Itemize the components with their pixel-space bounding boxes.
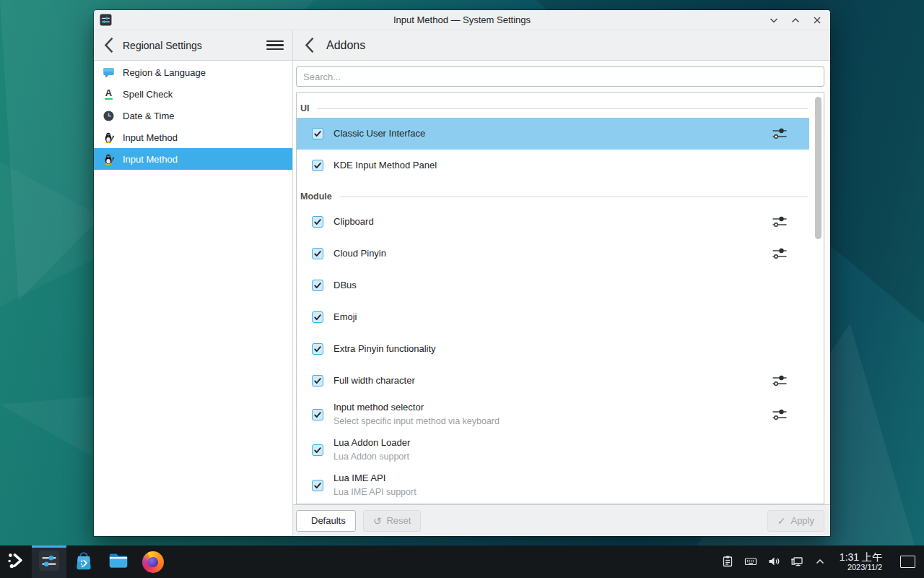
addon-row-label: Input method selector: [334, 401, 500, 414]
checkbox[interactable]: [312, 128, 323, 139]
sidebar-item-label: Input Method: [123, 132, 178, 143]
show-desktop-button[interactable]: [900, 556, 915, 568]
configure-addon-button[interactable]: [772, 408, 788, 421]
launcher-firefox[interactable]: [136, 545, 170, 578]
checkbox[interactable]: [312, 248, 323, 259]
scrollbar-thumb[interactable]: [815, 97, 821, 239]
checkbox[interactable]: [312, 343, 323, 355]
clock[interactable]: 1:31 上午 2023/11/2: [840, 551, 882, 572]
checkbox[interactable]: [312, 216, 323, 228]
checkbox[interactable]: [312, 480, 323, 491]
checkbox[interactable]: [312, 409, 323, 420]
sidebar-item-input-method-3[interactable]: Input Method: [94, 126, 292, 148]
section-divider: [317, 108, 808, 109]
addon-row-emoji[interactable]: Emoji: [297, 301, 809, 333]
addon-row-label: KDE Input Method Panel: [334, 159, 437, 172]
close-button[interactable]: [811, 14, 823, 26]
content-header: Addons: [293, 30, 830, 61]
volume-icon[interactable]: [767, 555, 781, 569]
addon-row-dbus[interactable]: DBus: [297, 269, 809, 301]
configure-addon-button[interactable]: [772, 247, 788, 260]
system-settings-icon: [38, 550, 60, 574]
sidebar-item-label: Region & Language: [123, 67, 206, 78]
taskbar: 1:31 上午 2023/11/2: [0, 545, 924, 578]
sidebar-item-region-language-0[interactable]: Region & Language: [94, 61, 292, 83]
clock-icon: [103, 110, 115, 122]
addon-row-classic-user-interface[interactable]: Classic User Interface: [297, 118, 809, 150]
search-input[interactable]: [296, 66, 824, 87]
window-title: Input Method — System Settings: [94, 14, 830, 25]
minimize-button[interactable]: [768, 14, 780, 26]
menu-icon[interactable]: [266, 38, 284, 53]
clock-time: 1:31 上午: [840, 551, 882, 563]
addon-row-cloud-pinyin[interactable]: Cloud Pinyin: [297, 238, 809, 269]
maximize-button[interactable]: [790, 14, 801, 26]
addon-row-clipboard[interactable]: Clipboard: [297, 206, 809, 238]
app-launcher-button[interactable]: [0, 545, 32, 578]
addon-row-label: Lua IME API: [334, 472, 417, 485]
sidebar-item-label: Date & Time: [123, 111, 175, 121]
configure-addon-button[interactable]: [772, 374, 788, 387]
keyboard-icon[interactable]: [744, 555, 758, 569]
sidebar-item-spell-check-1[interactable]: ASpell Check: [94, 83, 292, 105]
clock-date: 2023/11/2: [840, 563, 882, 572]
addon-row-label: Clipboard: [334, 215, 374, 228]
section-title: UI: [300, 103, 310, 113]
task-system-settings[interactable]: [32, 545, 66, 578]
section-header-module: Module: [297, 181, 824, 206]
launcher-discover[interactable]: [66, 545, 101, 578]
checkbox[interactable]: [312, 444, 323, 456]
firefox-icon: [142, 551, 164, 573]
sidebar-list: Region & LanguageASpell CheckDate & Time…: [94, 61, 292, 536]
spellcheck-icon: A: [103, 88, 115, 100]
addon-row-text: Extra Pinyin functionality: [334, 342, 436, 355]
scrollbar[interactable]: [815, 96, 821, 501]
addon-row-text: Lua Addon LoaderLua Addon support: [334, 436, 410, 462]
addon-row-subtitle: Lua IME API support: [334, 486, 417, 499]
sidebar-item-input-method-4[interactable]: Input Method: [94, 148, 292, 170]
sidebar-item-date-time-2[interactable]: Date & Time: [94, 105, 292, 126]
addon-row-input-method-selector[interactable]: Input method selectorSelect specific inp…: [297, 397, 809, 432]
reset-button[interactable]: ↺ Reset: [363, 510, 422, 532]
addons-list: UIClassic User InterfaceKDE Input Method…: [297, 93, 824, 504]
addon-row-text: Input method selectorSelect specific inp…: [334, 401, 500, 427]
content-pane: Addons UIClassic User InterfaceKDE Input…: [293, 30, 830, 536]
addon-row-label: Cloud Pinyin: [334, 247, 386, 260]
sidebar-title: Regional Settings: [123, 40, 202, 51]
expand-tray-icon[interactable]: [814, 555, 827, 569]
clipboard-icon[interactable]: [721, 555, 735, 569]
addon-row-label: Classic User Interface: [334, 127, 425, 140]
configure-addon-button[interactable]: [772, 215, 788, 228]
addon-row-kde-input-method-panel[interactable]: KDE Input Method Panel: [297, 150, 809, 181]
discover-icon: [73, 550, 95, 574]
checkbox[interactable]: [312, 375, 323, 387]
checkbox[interactable]: [312, 160, 323, 171]
sidebar-back-button[interactable]: [103, 39, 116, 52]
configure-addon-button[interactable]: [772, 127, 788, 140]
desktop: Input Method — System Settings Regional …: [0, 0, 924, 578]
reset-label: Reset: [386, 515, 411, 526]
page-title: Addons: [326, 39, 365, 52]
checkbox[interactable]: [312, 311, 323, 323]
addon-row-lua-ime-api[interactable]: Lua IME APILua IME API support: [297, 467, 809, 503]
folder-icon: [108, 550, 129, 574]
addon-row-label: Extra Pinyin functionality: [334, 342, 436, 355]
defaults-button[interactable]: Defaults: [296, 510, 356, 532]
network-icon[interactable]: [790, 555, 804, 569]
launcher-file-manager[interactable]: [101, 545, 136, 578]
sidebar-header: Regional Settings: [94, 30, 292, 61]
titlebar[interactable]: Input Method — System Settings: [94, 10, 830, 30]
addon-row-label: Lua Addon Loader: [334, 436, 410, 449]
addon-row-label: DBus: [334, 279, 357, 292]
addon-row-full-width-character[interactable]: Full width character: [297, 365, 809, 397]
addon-row-subtitle: Select specific input method via keyboar…: [334, 415, 500, 428]
addons-list-frame: UIClassic User InterfaceKDE Input Method…: [296, 92, 824, 504]
addon-row-lua-addon-loader[interactable]: Lua Addon LoaderLua Addon support: [297, 432, 809, 467]
content-back-button[interactable]: [303, 39, 316, 52]
apply-button[interactable]: ✓ Apply: [767, 510, 824, 532]
checkbox[interactable]: [312, 280, 323, 291]
addon-row-extra-pinyin-functionality[interactable]: Extra Pinyin functionality: [297, 333, 809, 365]
system-tray: 1:31 上午 2023/11/2: [721, 551, 924, 572]
addon-row-text: Classic User Interface: [334, 127, 425, 140]
kde-launcher-icon: [6, 551, 25, 573]
